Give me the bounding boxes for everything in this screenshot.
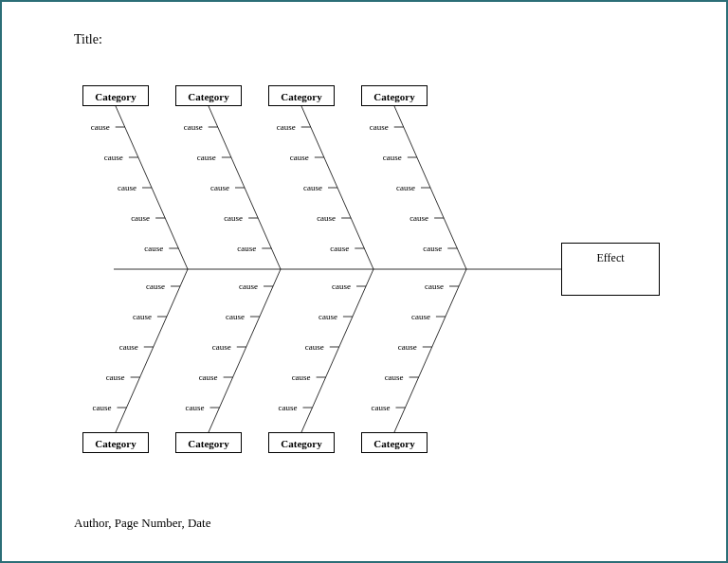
cause-label: cause xyxy=(212,342,231,352)
cause-label: cause xyxy=(303,183,322,192)
cause-label: cause xyxy=(278,403,297,412)
cause-label: cause xyxy=(91,122,110,132)
cause-label: cause xyxy=(371,403,390,412)
cause-label: cause xyxy=(131,213,150,223)
cause-label: cause xyxy=(385,372,404,382)
cause-label: cause xyxy=(224,213,243,223)
effect-box: Effect xyxy=(561,243,660,296)
diagram-title-label: Title: xyxy=(74,32,102,47)
cause-label: cause xyxy=(292,372,311,382)
category-label: Category xyxy=(281,438,321,449)
cause-label: cause xyxy=(305,342,324,352)
cause-label: cause xyxy=(330,244,349,253)
category-label: Category xyxy=(373,438,414,449)
cause-label: cause xyxy=(411,312,430,321)
cause-label: cause xyxy=(317,213,336,223)
cause-label: cause xyxy=(396,183,415,192)
cause-label: cause xyxy=(106,372,125,382)
cause-label: cause xyxy=(104,153,123,162)
cause-label: cause xyxy=(185,403,204,412)
cause-label: cause xyxy=(92,403,111,412)
effect-label: Effect xyxy=(596,251,624,264)
category-label: Category xyxy=(95,91,136,102)
category-label: Category xyxy=(281,91,321,102)
cause-label: cause xyxy=(144,244,163,253)
cause-label: cause xyxy=(133,312,152,321)
cause-label: cause xyxy=(423,244,442,253)
cause-label: cause xyxy=(239,282,258,291)
cause-label: cause xyxy=(410,213,428,223)
category-box-top: Category xyxy=(361,85,428,106)
cause-label: cause xyxy=(383,153,402,162)
cause-label: cause xyxy=(237,244,256,253)
cause-label: cause xyxy=(199,372,218,382)
cause-label: cause xyxy=(425,282,444,291)
category-box-bottom: Category xyxy=(361,432,428,453)
category-label: Category xyxy=(188,438,228,449)
cause-label: cause xyxy=(332,282,351,291)
cause-label: cause xyxy=(184,122,203,132)
diagram-footer: Author, Page Number, Date xyxy=(74,516,210,531)
cause-label: cause xyxy=(197,153,216,162)
category-label: Category xyxy=(188,91,228,102)
cause-label: cause xyxy=(118,183,136,192)
cause-label: cause xyxy=(226,312,245,321)
cause-label: cause xyxy=(119,342,138,352)
category-box-top: Category xyxy=(268,85,335,106)
category-box-bottom: Category xyxy=(175,432,242,453)
category-box-top: Category xyxy=(82,85,149,106)
category-label: Category xyxy=(373,91,414,102)
cause-label: cause xyxy=(370,122,389,132)
fishbone-diagram-page: Title: CategoryCategoryCategoryCategory … xyxy=(0,0,728,563)
category-box-bottom: Category xyxy=(268,432,335,453)
cause-label: cause xyxy=(290,153,309,162)
cause-label: cause xyxy=(210,183,229,192)
category-box-bottom: Category xyxy=(82,432,149,453)
category-box-top: Category xyxy=(175,85,242,106)
cause-label: cause xyxy=(146,282,165,291)
category-label: Category xyxy=(95,438,136,449)
cause-label: cause xyxy=(398,342,417,352)
cause-label: cause xyxy=(318,312,337,321)
cause-label: cause xyxy=(277,122,296,132)
